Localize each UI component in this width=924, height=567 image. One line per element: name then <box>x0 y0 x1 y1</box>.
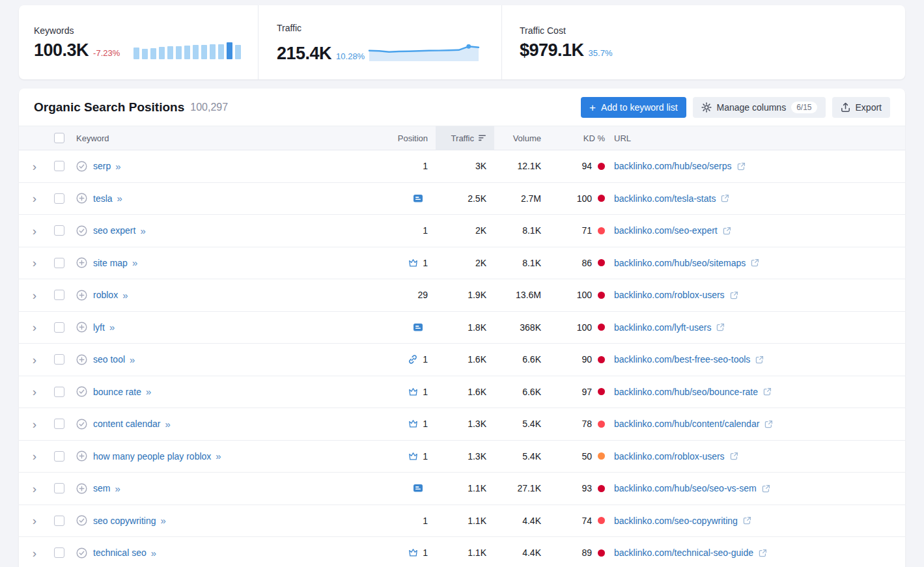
double-chevron-icon[interactable]: » <box>122 290 128 301</box>
url-link[interactable]: backlinko.com/seo-copywriting <box>614 516 738 526</box>
keyword-link[interactable]: bounce rate <box>93 387 141 397</box>
double-chevron-icon[interactable]: » <box>132 257 137 268</box>
external-link-icon[interactable] <box>743 516 751 525</box>
expand-row-chevron[interactable]: › <box>33 321 36 333</box>
expand-row-chevron[interactable]: › <box>33 418 36 430</box>
expand-row-chevron[interactable]: › <box>33 289 36 301</box>
expand-row-chevron[interactable]: › <box>33 385 36 398</box>
double-chevron-icon[interactable]: » <box>115 483 120 494</box>
external-link-icon[interactable] <box>730 291 738 299</box>
column-header-position[interactable]: Position <box>364 126 436 150</box>
expand-row-chevron[interactable]: › <box>33 225 36 237</box>
external-link-icon[interactable] <box>730 452 738 460</box>
row-checkbox[interactable] <box>54 290 64 300</box>
plus-circle-icon[interactable] <box>76 354 87 365</box>
expand-row-chevron[interactable]: › <box>33 256 36 269</box>
expand-row-chevron[interactable]: › <box>33 482 36 495</box>
plus-circle-icon[interactable] <box>76 290 87 301</box>
keyword-link[interactable]: site map <box>93 258 128 268</box>
row-checkbox[interactable] <box>54 354 64 365</box>
external-link-icon[interactable] <box>737 162 746 171</box>
url-link[interactable]: backlinko.com/technical-seo-guide <box>614 547 753 558</box>
external-link-icon[interactable] <box>723 227 731 235</box>
url-link[interactable]: backlinko.com/hub/seo/sitemaps <box>614 258 746 268</box>
column-header-url[interactable]: URL <box>608 126 905 150</box>
plus-circle-icon[interactable] <box>76 450 87 462</box>
export-button[interactable]: Export <box>832 97 890 118</box>
double-chevron-icon[interactable]: » <box>151 547 156 559</box>
double-chevron-icon[interactable]: » <box>140 225 145 236</box>
double-chevron-icon[interactable]: » <box>216 450 221 462</box>
row-checkbox[interactable] <box>54 387 64 397</box>
url-link[interactable]: backlinko.com/best-free-seo-tools <box>614 354 750 365</box>
expand-row-chevron[interactable]: › <box>33 514 36 527</box>
double-chevron-icon[interactable]: » <box>161 515 166 526</box>
double-chevron-icon[interactable]: » <box>115 161 120 172</box>
expand-row-chevron[interactable]: › <box>33 353 36 366</box>
column-header-keyword[interactable]: Keyword <box>76 126 364 150</box>
row-checkbox[interactable] <box>54 193 64 204</box>
keyword-link[interactable]: technical seo <box>93 547 147 558</box>
keyword-link[interactable]: content calendar <box>93 419 161 429</box>
external-link-icon[interactable] <box>764 420 773 428</box>
check-circle-icon[interactable] <box>76 515 87 526</box>
expand-row-chevron[interactable]: › <box>33 160 36 173</box>
row-checkbox[interactable] <box>54 451 64 462</box>
double-chevron-icon[interactable]: » <box>130 354 135 365</box>
url-link[interactable]: backlinko.com/seo-expert <box>614 225 718 236</box>
row-checkbox[interactable] <box>54 547 64 558</box>
external-link-icon[interactable] <box>762 484 770 493</box>
double-chevron-icon[interactable]: » <box>117 193 122 204</box>
check-circle-icon[interactable] <box>76 225 87 236</box>
keyword-link[interactable]: seo tool <box>93 354 125 365</box>
keyword-link[interactable]: lyft <box>93 322 105 333</box>
plus-circle-icon[interactable] <box>76 257 87 268</box>
keyword-link[interactable]: sem <box>93 483 110 493</box>
keyword-link[interactable]: how many people play roblox <box>93 451 211 462</box>
url-link[interactable]: backlinko.com/hub/seo/bounce-rate <box>614 387 758 397</box>
check-circle-icon[interactable] <box>76 547 87 559</box>
row-checkbox[interactable] <box>54 516 64 526</box>
expand-row-chevron[interactable]: › <box>33 547 36 559</box>
expand-row-chevron[interactable]: › <box>33 450 36 462</box>
external-link-icon[interactable] <box>759 549 767 557</box>
external-link-icon[interactable] <box>755 355 764 364</box>
add-to-keyword-list-button[interactable]: + Add to keyword list <box>581 97 686 118</box>
external-link-icon[interactable] <box>721 194 729 202</box>
column-header-traffic[interactable]: Traffic <box>436 126 494 150</box>
url-link[interactable]: backlinko.com/hub/content/calendar <box>614 419 759 429</box>
keyword-link[interactable]: seo copywriting <box>93 516 156 526</box>
keyword-link[interactable]: roblox <box>93 290 118 300</box>
external-link-icon[interactable] <box>763 387 772 396</box>
column-header-kd[interactable]: KD % <box>546 126 608 150</box>
select-all-checkbox[interactable] <box>54 133 64 143</box>
url-link[interactable]: backlinko.com/hub/seo/seo-vs-sem <box>614 483 757 493</box>
row-checkbox[interactable] <box>54 225 64 236</box>
row-checkbox[interactable] <box>54 419 64 429</box>
double-chevron-icon[interactable]: » <box>165 419 171 430</box>
url-link[interactable]: backlinko.com/roblox-users <box>614 451 725 462</box>
external-link-icon[interactable] <box>716 323 725 331</box>
plus-circle-icon[interactable] <box>76 322 87 333</box>
url-link[interactable]: backlinko.com/hub/seo/serps <box>614 161 732 171</box>
plus-circle-icon[interactable] <box>76 483 87 494</box>
sort-descending-icon[interactable] <box>479 135 486 141</box>
row-checkbox[interactable] <box>54 322 64 333</box>
keyword-link[interactable]: tesla <box>93 193 113 204</box>
check-circle-icon[interactable] <box>76 419 87 430</box>
double-chevron-icon[interactable]: » <box>109 322 115 333</box>
url-link[interactable]: backlinko.com/roblox-users <box>614 290 725 300</box>
double-chevron-icon[interactable]: » <box>146 386 151 397</box>
expand-row-chevron[interactable]: › <box>33 192 36 204</box>
check-circle-icon[interactable] <box>76 386 87 397</box>
external-link-icon[interactable] <box>751 258 759 267</box>
url-link[interactable]: backlinko.com/tesla-stats <box>614 193 716 204</box>
column-header-volume[interactable]: Volume <box>494 126 546 150</box>
check-circle-icon[interactable] <box>76 161 87 172</box>
row-checkbox[interactable] <box>54 258 64 268</box>
url-link[interactable]: backlinko.com/lyft-users <box>614 322 711 333</box>
keyword-link[interactable]: serp <box>93 161 111 171</box>
row-checkbox[interactable] <box>54 161 64 171</box>
manage-columns-button[interactable]: Manage columns 6/15 <box>693 97 826 118</box>
row-checkbox[interactable] <box>54 483 64 493</box>
